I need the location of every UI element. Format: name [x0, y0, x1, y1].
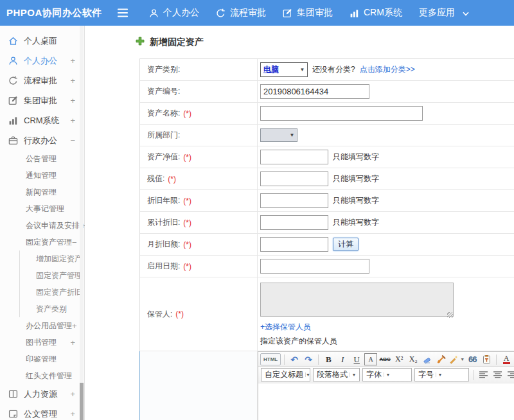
numbers-only-hint: 只能填写数字: [333, 173, 379, 184]
sidebar-item-12[interactable]: 固定资产管理−: [0, 234, 84, 250]
topnav-item-1[interactable]: 个人办公: [149, 7, 199, 19]
sidebar-item-3[interactable]: 流程审批+: [0, 71, 84, 91]
border-text-button[interactable]: A: [364, 353, 377, 365]
undo-icon[interactable]: ↶: [288, 353, 301, 365]
asset-name-input[interactable]: [260, 106, 423, 121]
subscript-button[interactable]: X₂: [407, 353, 420, 365]
chevron-down-icon: ▼: [350, 372, 358, 377]
align-right-icon[interactable]: [505, 369, 514, 381]
sidebar: 个人桌面个人办公+流程审批+集团审批+CRM系统+行政办公−公告管理通知管理新闻…: [0, 26, 85, 420]
font-size-select[interactable]: 字号 ▼: [414, 368, 469, 381]
sidebar-item-label: 流程审批: [24, 75, 57, 87]
sidebar-item-22[interactable]: 公文管理+: [0, 404, 84, 420]
blockquote-button[interactable]: 66: [466, 353, 479, 365]
sidebar-item-9[interactable]: 新闻管理: [0, 184, 84, 200]
strikethrough-button[interactable]: ABC: [378, 353, 391, 365]
sidebar-item-label: 大事记管理: [26, 204, 64, 214]
add-asset-form: 资产类别: 电脑 ▼ 还没有分类? 点击添加分类>> 资产编号: 资产名称: (…: [139, 58, 514, 420]
collapse-minus-icon[interactable]: −: [70, 136, 75, 145]
sidebar-item-10[interactable]: 大事记管理: [0, 200, 84, 217]
sidebar-item-6[interactable]: 行政办公−: [0, 130, 84, 150]
no-category-question: 还没有分类?: [312, 64, 355, 75]
more-apps-caret-icon[interactable]: [463, 7, 469, 19]
field-label: 累计折旧:: [147, 217, 180, 228]
expand-plus-icon[interactable]: +: [70, 409, 75, 419]
department-select[interactable]: ▼: [260, 128, 297, 142]
align-left-icon[interactable]: [477, 369, 490, 381]
sidebar-item-8[interactable]: 通知管理: [0, 167, 84, 184]
font-family-select[interactable]: 字体 ▼: [362, 368, 412, 381]
topnav-item-label: 流程审批: [230, 7, 266, 19]
dep-month-input[interactable]: [260, 237, 328, 252]
calculate-button[interactable]: 计算: [333, 238, 359, 251]
sidebar-scrollbar-thumb[interactable]: [80, 383, 84, 420]
start-date-input[interactable]: [260, 259, 369, 274]
italic-button[interactable]: I: [336, 353, 349, 365]
sidebar-item-1[interactable]: 个人桌面: [0, 31, 84, 51]
select-keeper-link[interactable]: +选择保管人员: [260, 322, 311, 333]
sidebar-item-18[interactable]: 图书管理+: [0, 334, 84, 351]
asset-category-select[interactable]: 电脑 ▼: [260, 62, 308, 77]
eraser-icon[interactable]: [421, 353, 434, 365]
paragraph-format-select[interactable]: 段落格式 ▼: [313, 368, 360, 381]
field-label: 启用日期:: [147, 261, 180, 272]
bold-button[interactable]: B: [322, 353, 335, 365]
book-icon: [8, 389, 18, 399]
sidebar-item-19[interactable]: 印鉴管理: [0, 351, 84, 367]
add-category-link[interactable]: 点击添加分类>>: [360, 64, 415, 75]
sidebar-item-15[interactable]: 固定资产折旧: [19, 284, 84, 301]
sidebar-item-20[interactable]: 红头文件管理: [0, 367, 84, 384]
heading-select[interactable]: 自定义标题 ▼: [261, 368, 310, 381]
expand-plus-icon[interactable]: +: [70, 389, 75, 399]
redo-icon[interactable]: ↷: [302, 353, 315, 365]
sidebar-item-17[interactable]: 办公用品管理+: [0, 317, 84, 334]
required-mark: (*): [183, 262, 191, 271]
underline-button[interactable]: U: [350, 353, 363, 365]
asset-no-input[interactable]: [260, 84, 369, 99]
topnav-item-3[interactable]: 集团审批: [283, 7, 333, 19]
required-mark: (*): [175, 310, 184, 319]
keeper-textarea[interactable]: [260, 283, 454, 317]
editor-content-area[interactable]: [258, 383, 514, 420]
dep-years-input[interactable]: [260, 193, 328, 208]
expand-plus-icon[interactable]: +: [72, 321, 77, 331]
sidebar-item-16[interactable]: 资产类别: [19, 301, 84, 317]
sidebar-item-7[interactable]: 公告管理: [0, 150, 84, 167]
sidebar-item-label: 固定资产折旧: [36, 287, 82, 298]
sidebar-item-13[interactable]: 增加固定资产: [19, 250, 84, 267]
sidebar-item-5[interactable]: CRM系统+: [0, 110, 84, 130]
html-source-button[interactable]: HTML: [260, 353, 281, 365]
sidebar-item-2[interactable]: 个人办公+: [0, 51, 84, 71]
format-brush-icon[interactable]: [435, 353, 448, 365]
font-color-button[interactable]: A: [500, 353, 513, 365]
topnav-item-5[interactable]: 更多应用: [419, 7, 455, 19]
expand-plus-icon[interactable]: +: [70, 96, 75, 105]
sidebar-item-label: 固定资产管理: [26, 237, 72, 248]
sidebar-item-11[interactable]: 会议申请及安排+: [0, 217, 84, 234]
required-mark: (*): [183, 240, 191, 249]
dep-total-input[interactable]: [260, 215, 328, 230]
superscript-button[interactable]: X²: [393, 353, 405, 365]
user-icon: [149, 8, 159, 18]
sidebar-item-label: 新闻管理: [26, 187, 57, 198]
sidebar-scrollbar[interactable]: [80, 26, 84, 420]
expand-plus-icon[interactable]: +: [70, 56, 75, 66]
topnav-item-2[interactable]: 流程审批: [216, 7, 266, 19]
sidebar-item-label: 集团审批: [24, 95, 57, 107]
expand-plus-icon[interactable]: +: [70, 76, 75, 85]
expand-plus-icon[interactable]: +: [70, 338, 75, 347]
net-value-input[interactable]: [260, 150, 328, 164]
paste-plain-icon[interactable]: [480, 353, 493, 365]
hamburger-menu-icon[interactable]: [117, 8, 131, 18]
numbers-only-hint: 只能填写数字: [333, 195, 379, 206]
sidebar-item-21[interactable]: 人力资源+: [0, 384, 84, 404]
sidebar-item-4[interactable]: 集团审批+: [0, 91, 84, 110]
topnav-item-4[interactable]: CRM系统: [350, 7, 402, 19]
collapse-minus-icon[interactable]: −: [72, 238, 77, 247]
auto-typeset-icon[interactable]: ▼: [449, 353, 465, 365]
sidebar-item-label: 行政办公: [24, 135, 57, 146]
sidebar-item-14[interactable]: 固定资产管理: [19, 267, 84, 284]
salvage-input[interactable]: [260, 171, 328, 186]
expand-plus-icon[interactable]: +: [70, 116, 75, 125]
align-center-icon[interactable]: [491, 369, 504, 381]
